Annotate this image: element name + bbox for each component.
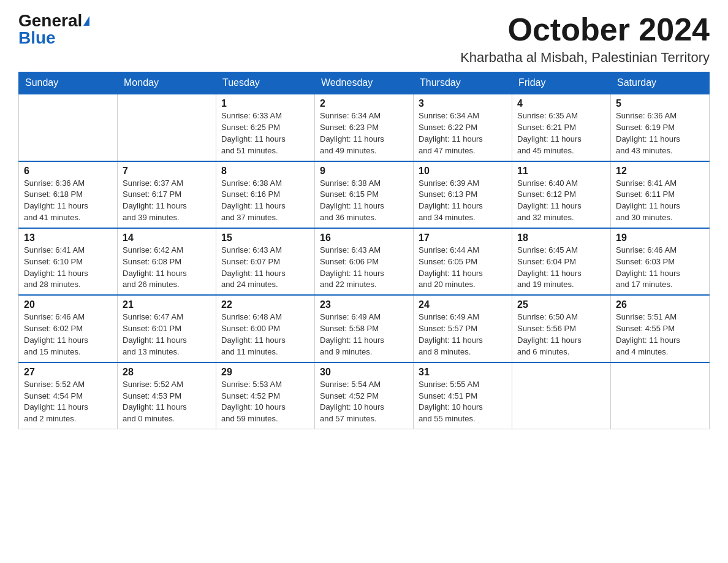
day-number: 21 (123, 299, 211, 310)
calendar-cell: 20Sunrise: 6:46 AM Sunset: 6:02 PM Dayli… (19, 295, 118, 362)
day-info: Sunrise: 6:47 AM Sunset: 6:01 PM Dayligh… (123, 312, 211, 358)
day-number: 24 (419, 299, 507, 310)
day-number: 19 (616, 232, 704, 243)
day-number: 18 (517, 232, 605, 243)
calendar-cell: 25Sunrise: 6:50 AM Sunset: 5:56 PM Dayli… (512, 295, 611, 362)
page-header: General Blue October 2024 Kharbatha al M… (18, 12, 710, 66)
calendar-weekday-thursday: Thursday (414, 72, 512, 94)
day-number: 25 (517, 299, 605, 310)
calendar-cell: 3Sunrise: 6:34 AM Sunset: 6:22 PM Daylig… (414, 94, 512, 161)
calendar-weekday-tuesday: Tuesday (216, 72, 315, 94)
day-info: Sunrise: 6:41 AM Sunset: 6:10 PM Dayligh… (24, 245, 112, 291)
calendar-week-row-5: 27Sunrise: 5:52 AM Sunset: 4:54 PM Dayli… (19, 362, 710, 429)
calendar-cell (118, 94, 216, 161)
day-number: 8 (221, 166, 309, 177)
calendar-header-row: SundayMondayTuesdayWednesdayThursdayFrid… (19, 72, 710, 94)
calendar-cell (19, 94, 118, 161)
day-info: Sunrise: 6:33 AM Sunset: 6:25 PM Dayligh… (221, 110, 309, 156)
calendar-weekday-friday: Friday (512, 72, 611, 94)
day-number: 7 (123, 166, 211, 177)
calendar-week-row-1: 1Sunrise: 6:33 AM Sunset: 6:25 PM Daylig… (19, 94, 710, 161)
calendar-cell: 6Sunrise: 6:36 AM Sunset: 6:18 PM Daylig… (19, 161, 118, 228)
calendar-cell: 21Sunrise: 6:47 AM Sunset: 6:01 PM Dayli… (118, 295, 216, 362)
calendar-cell: 26Sunrise: 5:51 AM Sunset: 4:55 PM Dayli… (611, 295, 710, 362)
day-number: 17 (419, 232, 507, 243)
day-number: 2 (320, 98, 408, 109)
day-number: 9 (320, 166, 408, 177)
day-number: 27 (24, 367, 112, 378)
calendar-weekday-saturday: Saturday (611, 72, 710, 94)
calendar-cell: 15Sunrise: 6:43 AM Sunset: 6:07 PM Dayli… (216, 228, 315, 295)
calendar-cell: 1Sunrise: 6:33 AM Sunset: 6:25 PM Daylig… (216, 94, 315, 161)
calendar-cell: 31Sunrise: 5:55 AM Sunset: 4:51 PM Dayli… (414, 362, 512, 429)
day-info: Sunrise: 6:41 AM Sunset: 6:11 PM Dayligh… (616, 178, 704, 224)
day-number: 15 (221, 232, 309, 243)
day-info: Sunrise: 6:38 AM Sunset: 6:15 PM Dayligh… (320, 178, 408, 224)
day-info: Sunrise: 6:44 AM Sunset: 6:05 PM Dayligh… (419, 245, 507, 291)
day-info: Sunrise: 6:49 AM Sunset: 5:58 PM Dayligh… (320, 312, 408, 358)
day-info: Sunrise: 6:36 AM Sunset: 6:19 PM Dayligh… (616, 110, 704, 156)
logo-triangle-icon (83, 16, 89, 26)
day-number: 13 (24, 232, 112, 243)
day-info: Sunrise: 6:46 AM Sunset: 6:02 PM Dayligh… (24, 312, 112, 358)
logo-blue-text: Blue (18, 29, 56, 47)
calendar-table: SundayMondayTuesdayWednesdayThursdayFrid… (18, 72, 710, 429)
calendar-cell (611, 362, 710, 429)
day-info: Sunrise: 6:38 AM Sunset: 6:16 PM Dayligh… (221, 178, 309, 224)
calendar-cell: 11Sunrise: 6:40 AM Sunset: 6:12 PM Dayli… (512, 161, 611, 228)
day-number: 5 (616, 98, 704, 109)
day-info: Sunrise: 6:50 AM Sunset: 5:56 PM Dayligh… (517, 312, 605, 358)
day-info: Sunrise: 6:42 AM Sunset: 6:08 PM Dayligh… (123, 245, 211, 291)
day-info: Sunrise: 6:49 AM Sunset: 5:57 PM Dayligh… (419, 312, 507, 358)
day-info: Sunrise: 6:37 AM Sunset: 6:17 PM Dayligh… (123, 178, 211, 224)
calendar-cell: 12Sunrise: 6:41 AM Sunset: 6:11 PM Dayli… (611, 161, 710, 228)
calendar-cell: 7Sunrise: 6:37 AM Sunset: 6:17 PM Daylig… (118, 161, 216, 228)
calendar-cell: 24Sunrise: 6:49 AM Sunset: 5:57 PM Dayli… (414, 295, 512, 362)
calendar-cell: 10Sunrise: 6:39 AM Sunset: 6:13 PM Dayli… (414, 161, 512, 228)
calendar-cell: 28Sunrise: 5:52 AM Sunset: 4:53 PM Dayli… (118, 362, 216, 429)
day-number: 30 (320, 367, 408, 378)
title-block: October 2024 Kharbatha al Misbah, Palest… (460, 12, 710, 66)
calendar-cell: 30Sunrise: 5:54 AM Sunset: 4:52 PM Dayli… (315, 362, 414, 429)
calendar-cell: 4Sunrise: 6:35 AM Sunset: 6:21 PM Daylig… (512, 94, 611, 161)
day-number: 26 (616, 299, 704, 310)
day-number: 14 (123, 232, 211, 243)
day-number: 10 (419, 166, 507, 177)
day-number: 23 (320, 299, 408, 310)
calendar-weekday-wednesday: Wednesday (315, 72, 414, 94)
calendar-cell: 18Sunrise: 6:45 AM Sunset: 6:04 PM Dayli… (512, 228, 611, 295)
calendar-cell: 22Sunrise: 6:48 AM Sunset: 6:00 PM Dayli… (216, 295, 315, 362)
day-info: Sunrise: 5:53 AM Sunset: 4:52 PM Dayligh… (221, 379, 309, 425)
day-info: Sunrise: 6:45 AM Sunset: 6:04 PM Dayligh… (517, 245, 605, 291)
calendar-cell: 27Sunrise: 5:52 AM Sunset: 4:54 PM Dayli… (19, 362, 118, 429)
month-title: October 2024 (460, 12, 710, 47)
logo: General Blue (18, 12, 89, 47)
day-info: Sunrise: 5:54 AM Sunset: 4:52 PM Dayligh… (320, 379, 408, 425)
day-number: 31 (419, 367, 507, 378)
logo-general-text: General (18, 12, 82, 29)
calendar-cell: 17Sunrise: 6:44 AM Sunset: 6:05 PM Dayli… (414, 228, 512, 295)
day-info: Sunrise: 6:40 AM Sunset: 6:12 PM Dayligh… (517, 178, 605, 224)
calendar-week-row-3: 13Sunrise: 6:41 AM Sunset: 6:10 PM Dayli… (19, 228, 710, 295)
day-info: Sunrise: 6:34 AM Sunset: 6:23 PM Dayligh… (320, 110, 408, 156)
day-number: 4 (517, 98, 605, 109)
calendar-cell: 19Sunrise: 6:46 AM Sunset: 6:03 PM Dayli… (611, 228, 710, 295)
day-number: 3 (419, 98, 507, 109)
location-title: Kharbatha al Misbah, Palestinian Territo… (460, 50, 710, 66)
day-info: Sunrise: 6:48 AM Sunset: 6:00 PM Dayligh… (221, 312, 309, 358)
calendar-week-row-4: 20Sunrise: 6:46 AM Sunset: 6:02 PM Dayli… (19, 295, 710, 362)
day-number: 1 (221, 98, 309, 109)
calendar-cell: 16Sunrise: 6:43 AM Sunset: 6:06 PM Dayli… (315, 228, 414, 295)
day-number: 12 (616, 166, 704, 177)
day-number: 28 (123, 367, 211, 378)
calendar-cell: 14Sunrise: 6:42 AM Sunset: 6:08 PM Dayli… (118, 228, 216, 295)
calendar-cell: 23Sunrise: 6:49 AM Sunset: 5:58 PM Dayli… (315, 295, 414, 362)
day-info: Sunrise: 6:46 AM Sunset: 6:03 PM Dayligh… (616, 245, 704, 291)
day-info: Sunrise: 6:43 AM Sunset: 6:06 PM Dayligh… (320, 245, 408, 291)
day-number: 22 (221, 299, 309, 310)
day-info: Sunrise: 5:52 AM Sunset: 4:54 PM Dayligh… (24, 379, 112, 425)
day-info: Sunrise: 6:36 AM Sunset: 6:18 PM Dayligh… (24, 178, 112, 224)
day-info: Sunrise: 5:52 AM Sunset: 4:53 PM Dayligh… (123, 379, 211, 425)
calendar-cell (512, 362, 611, 429)
day-number: 29 (221, 367, 309, 378)
